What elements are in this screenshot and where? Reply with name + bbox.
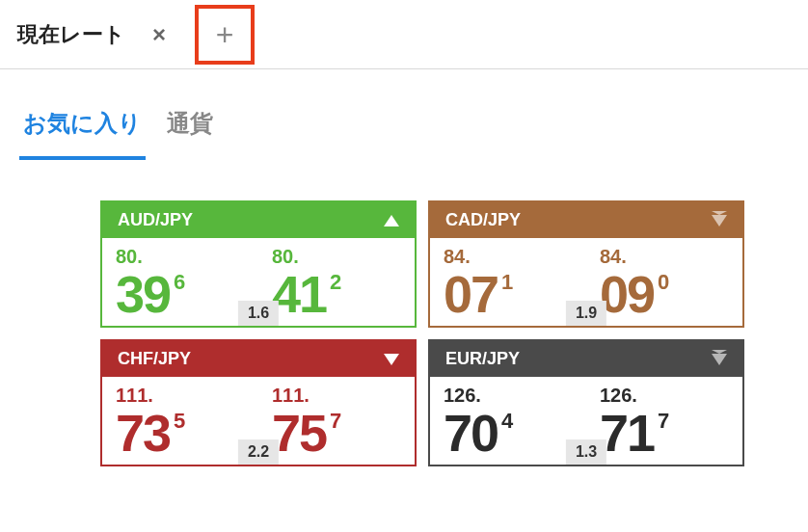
spread-badge: 2.2 xyxy=(238,439,279,465)
ask-big: 71 xyxy=(600,407,654,459)
bid-big: 73 xyxy=(116,407,170,459)
bid-side[interactable]: 126. 70 4 xyxy=(430,385,586,459)
add-tab-button[interactable]: + xyxy=(195,5,255,65)
ask-big: 75 xyxy=(272,407,326,459)
ask-side[interactable]: 80. 41 2 xyxy=(258,246,415,320)
rate-tile-audjpy[interactable]: AUD/JPY 80. 39 6 80. 41 2 1.6 xyxy=(100,200,417,328)
bid-pip: 5 xyxy=(174,411,185,432)
rate-grid: AUD/JPY 80. 39 6 80. 41 2 1.6 CAD/ xyxy=(0,160,808,466)
tile-header: AUD/JPY xyxy=(102,202,415,238)
ask-pip: 7 xyxy=(658,411,669,432)
tile-body: 126. 70 4 126. 71 7 1.3 xyxy=(430,377,742,465)
ask-big: 41 xyxy=(272,268,326,320)
tile-body: 80. 39 6 80. 41 2 1.6 xyxy=(102,238,415,326)
bid-big: 70 xyxy=(444,407,498,459)
tab-bar: 現在レート × + xyxy=(0,0,808,69)
pair-label: CHF/JPY xyxy=(118,349,191,369)
tab-current-rates[interactable]: 現在レート × xyxy=(17,20,166,49)
ask-pip: 2 xyxy=(330,272,341,293)
spread-badge: 1.9 xyxy=(566,301,606,326)
ask-big: 09 xyxy=(600,268,654,320)
filter-currency[interactable]: 通貨 xyxy=(163,108,217,160)
ask-pip: 7 xyxy=(330,411,341,432)
filter-favorites[interactable]: お気に入り xyxy=(19,108,146,160)
pair-label: AUD/JPY xyxy=(118,210,193,230)
pair-label: EUR/JPY xyxy=(445,349,520,369)
tile-body: 84. 07 1 84. 09 0 1.9 xyxy=(430,238,742,326)
arrow-down-icon xyxy=(384,354,399,365)
tile-header: EUR/JPY xyxy=(430,341,742,377)
plus-icon: + xyxy=(216,19,234,50)
bid-big: 39 xyxy=(116,268,170,320)
tile-header: CHF/JPY xyxy=(102,341,415,377)
bid-big: 07 xyxy=(444,268,498,320)
arrow-up-icon xyxy=(384,215,399,226)
spread-badge: 1.3 xyxy=(566,439,606,465)
bid-pip: 4 xyxy=(501,411,513,432)
bid-pip: 1 xyxy=(501,272,513,293)
ask-side[interactable]: 84. 09 0 xyxy=(586,246,742,320)
rate-tile-chfjpy[interactable]: CHF/JPY 111. 73 5 111. 75 7 2.2 xyxy=(100,339,417,466)
tile-header: CAD/JPY xyxy=(430,202,742,238)
arrow-down-icon xyxy=(712,215,727,226)
spread-badge: 1.6 xyxy=(238,301,279,326)
ask-pip: 0 xyxy=(658,272,669,293)
tab-title: 現在レート xyxy=(17,20,125,49)
arrow-down-icon xyxy=(712,354,727,365)
ask-side[interactable]: 126. 71 7 xyxy=(586,385,742,459)
rate-tile-cadjpy[interactable]: CAD/JPY 84. 07 1 84. 09 0 1.9 xyxy=(428,200,744,328)
bid-pip: 6 xyxy=(174,272,185,293)
ask-side[interactable]: 111. 75 7 xyxy=(258,385,415,459)
bid-side[interactable]: 111. 73 5 xyxy=(102,385,258,459)
bid-side[interactable]: 80. 39 6 xyxy=(102,246,258,320)
filter-bar: お気に入り 通貨 xyxy=(0,69,808,160)
bid-side[interactable]: 84. 07 1 xyxy=(430,246,586,320)
rate-tile-eurjpy[interactable]: EUR/JPY 126. 70 4 126. 71 7 1.3 xyxy=(428,339,744,466)
pair-label: CAD/JPY xyxy=(445,210,521,230)
tile-body: 111. 73 5 111. 75 7 2.2 xyxy=(102,377,415,465)
close-icon[interactable]: × xyxy=(152,23,166,46)
